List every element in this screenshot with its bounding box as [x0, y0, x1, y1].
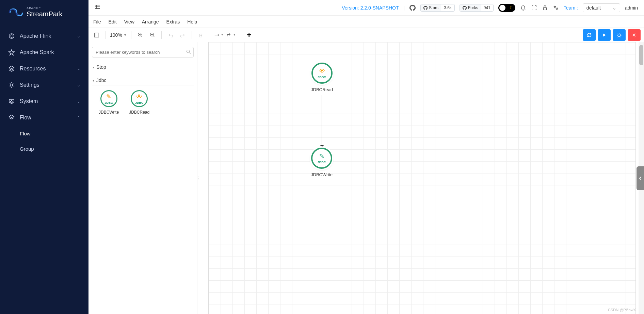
chevron-down-icon: ⌄ — [77, 99, 80, 104]
moon-icon: ☾ — [510, 5, 513, 10]
reload-button[interactable] — [583, 29, 596, 41]
sidebar-item-label: Settings — [20, 82, 39, 88]
svg-point-9 — [187, 50, 189, 52]
sidebar-item-system[interactable]: System ⌄ — [0, 93, 88, 110]
settings-button[interactable] — [628, 29, 641, 41]
chevron-down-icon: ⌄ — [77, 66, 80, 71]
flow-icon — [8, 114, 15, 121]
search-icon[interactable] — [186, 49, 191, 55]
menu-file[interactable]: File — [93, 19, 101, 24]
category-stop[interactable]: ▾ Stop — [92, 62, 194, 72]
palette-node-jdbcwrite[interactable]: ✎ JDBC JDBCWrite — [99, 90, 119, 115]
canvas-wrap: 👁 JDBC JDBCRead ✎ JDBC JDBCWrite — [200, 42, 644, 314]
palette-resizer[interactable]: ⋮ — [197, 42, 200, 314]
zoom-dropdown[interactable]: 100%▼ — [110, 32, 127, 38]
chevron-down-icon: ⌄ — [77, 83, 80, 87]
toolbar: 100%▼ ▼ ▼ + — [88, 28, 644, 42]
watermark: CSDN @PiflowX — [608, 308, 636, 312]
user-menu[interactable]: admin — [625, 5, 638, 11]
chevron-down-icon: ⌄ — [612, 5, 616, 11]
svg-rect-3 — [543, 7, 546, 10]
sidebar-item-label: Apache Flink — [20, 33, 51, 39]
menu-extras[interactable]: Extras — [166, 19, 180, 24]
palette-search-input[interactable] — [92, 47, 194, 57]
github-forks-badge[interactable]: Forks 941 — [460, 4, 494, 12]
bell-icon[interactable] — [520, 5, 526, 11]
github-icon[interactable] — [409, 5, 416, 11]
logo-name: StreamPark — [27, 10, 63, 18]
eye-icon: 👁 — [319, 68, 325, 75]
canvas-node-jdbcread[interactable]: 👁 JDBC JDBCRead — [311, 63, 333, 92]
sidebar-item-spark[interactable]: Apache Spark — [0, 44, 88, 61]
chevron-down-icon: ▾ — [93, 65, 94, 69]
sidebar-item-resources[interactable]: Resources ⌄ — [0, 61, 88, 77]
svg-rect-4 — [95, 33, 99, 37]
language-icon[interactable] — [553, 5, 559, 11]
logo-apache-label: APACHE — [27, 7, 63, 10]
svg-point-1 — [11, 84, 13, 86]
editor-menu: File Edit View Arrange Extras Help — [88, 16, 644, 28]
sidebar-subitem-group[interactable]: Group — [20, 141, 88, 156]
menu-help[interactable]: Help — [187, 19, 197, 24]
sidebar-item-label: Resources — [20, 66, 46, 72]
pencil-icon: ✎ — [106, 93, 111, 100]
monitor-icon — [8, 98, 15, 105]
github-stars-badge[interactable]: Stars 3.6k — [420, 4, 455, 12]
menu-arrange[interactable]: Arrange — [142, 19, 159, 24]
chevron-down-icon: ▾ — [93, 79, 94, 82]
flink-icon — [8, 33, 15, 39]
add-button[interactable]: + — [244, 30, 254, 40]
menu-view[interactable]: View — [124, 19, 134, 24]
chevron-up-icon: ⌃ — [77, 115, 80, 120]
lock-icon[interactable] — [542, 5, 548, 11]
layout-panel-button[interactable] — [92, 30, 101, 40]
category-jdbc[interactable]: ▾ Jdbc — [92, 76, 194, 85]
waypoint-style-button[interactable]: ▼ — [226, 30, 236, 40]
palette-node-jdbcread[interactable]: 👁 JDBC JDBCRead — [129, 90, 149, 115]
streampark-logo-icon — [7, 4, 23, 20]
resources-icon — [8, 65, 15, 72]
run-button[interactable] — [598, 29, 611, 41]
sidebar-subitem-flow[interactable]: Flow — [20, 126, 88, 141]
flow-canvas[interactable]: 👁 JDBC JDBCRead ✎ JDBC JDBCWrite — [208, 42, 636, 314]
fullscreen-icon[interactable] — [531, 5, 537, 11]
sidebar-item-label: Flow — [20, 115, 31, 121]
svg-point-0 — [9, 34, 14, 38]
scrollbar-thumb[interactable] — [639, 45, 643, 65]
sidebar-toggle-button[interactable] — [95, 4, 101, 12]
sidebar-item-label: Apache Spark — [20, 49, 54, 55]
chevron-down-icon: ⌄ — [77, 34, 80, 38]
flow-edge[interactable] — [322, 95, 322, 148]
version-label[interactable]: Version: 2.2.0-SNAPSHOT — [342, 5, 399, 11]
svg-point-8 — [633, 34, 635, 36]
eye-icon: 👁 — [136, 93, 142, 100]
theme-toggle[interactable]: ☾ — [498, 4, 515, 12]
gear-icon — [8, 82, 15, 88]
sidebar-item-flink[interactable]: Apache Flink ⌄ — [0, 28, 88, 44]
connection-style-button[interactable]: ▼ — [214, 30, 224, 40]
delete-button[interactable] — [196, 30, 206, 40]
sidebar-item-label: System — [20, 98, 38, 104]
pencil-icon: ✎ — [319, 152, 324, 160]
sidebar-item-settings[interactable]: Settings ⌄ — [0, 77, 88, 93]
svg-point-7 — [618, 34, 621, 36]
logo[interactable]: APACHE StreamPark — [0, 0, 88, 24]
header: Version: 2.2.0-SNAPSHOT | Stars 3.6k For… — [88, 0, 644, 16]
spark-icon — [8, 49, 15, 56]
canvas-node-jdbcwrite[interactable]: ✎ JDBC JDBCWrite — [311, 148, 333, 177]
zoom-in-button[interactable] — [135, 30, 145, 40]
undo-button[interactable] — [166, 30, 175, 40]
team-select[interactable]: default ⌄ — [583, 3, 620, 12]
menu-edit[interactable]: Edit — [109, 19, 117, 24]
zoom-out-button[interactable] — [148, 30, 157, 40]
sidebar-item-flow[interactable]: Flow ⌃ — [0, 110, 88, 126]
sidebar-nav: Apache Flink ⌄ Apache Spark Resources ⌄ — [0, 24, 88, 156]
component-palette: ▾ Stop ▾ Jdbc ✎ JDBC — [88, 42, 197, 314]
sidebar: APACHE StreamPark Apache Flink ⌄ Apache … — [0, 0, 88, 314]
right-panel-toggle[interactable] — [637, 166, 644, 190]
debug-button[interactable] — [613, 29, 626, 41]
team-label: Team : — [564, 5, 578, 11]
redo-button[interactable] — [178, 30, 188, 40]
